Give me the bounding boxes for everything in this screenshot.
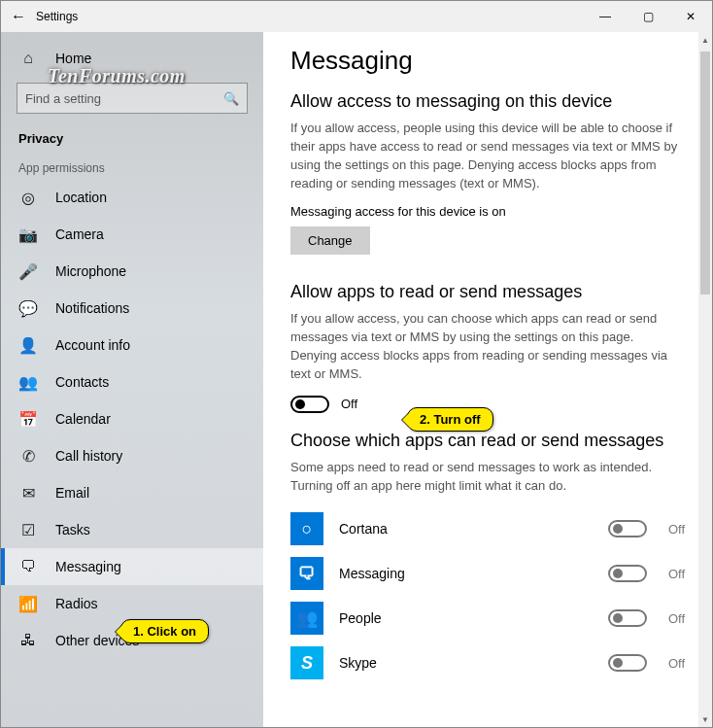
- minimize-button[interactable]: —: [584, 1, 627, 32]
- main-scrollbar[interactable]: ▲ ▼: [698, 32, 712, 727]
- app-toggle-cortana[interactable]: [608, 520, 647, 537]
- cortana-icon: ○: [290, 512, 323, 545]
- window-title: Settings: [36, 10, 78, 23]
- search-input[interactable]: Find a setting 🔍: [17, 83, 248, 114]
- app-toggle-state: Off: [668, 567, 685, 581]
- sidebar-item-label: Camera: [55, 226, 104, 242]
- radios-icon: 📶: [18, 595, 38, 613]
- other-devices-icon: 🖧: [18, 632, 38, 649]
- section-choose-apps-desc: Some apps need to read or send messages …: [290, 459, 679, 496]
- sidebar-home-label: Home: [55, 51, 91, 66]
- back-button[interactable]: ←: [1, 8, 36, 25]
- app-toggle-skype[interactable]: [608, 654, 647, 672]
- app-row-cortana: ○ Cortana Off: [290, 506, 685, 551]
- sidebar-item-account-info[interactable]: 👤Account info: [1, 327, 263, 364]
- sidebar-item-label: Email: [55, 485, 89, 501]
- app-toggle-people[interactable]: [608, 609, 647, 627]
- call-history-icon: ✆: [18, 447, 38, 466]
- section-device-access-heading: Allow access to messaging on this device: [290, 91, 685, 112]
- app-row-people: 👥 People Off: [290, 596, 685, 641]
- sidebar-item-microphone[interactable]: 🎤Microphone: [1, 253, 263, 290]
- titlebar: ← Settings — ▢ ✕: [1, 1, 712, 32]
- sidebar-item-email[interactable]: ✉Email: [1, 474, 263, 511]
- sidebar-item-notifications[interactable]: 💬Notifications: [1, 290, 263, 327]
- callout-turn-off: 2. Turn off: [407, 407, 493, 432]
- microphone-icon: 🎤: [18, 262, 38, 281]
- sidebar-item-call-history[interactable]: ✆Call history: [1, 437, 263, 474]
- app-label: Skype: [339, 655, 608, 671]
- account-icon: 👤: [18, 336, 38, 355]
- location-icon: ◎: [18, 189, 38, 207]
- app-toggle-state: Off: [668, 522, 685, 537]
- sidebar-item-label: Contacts: [55, 374, 109, 390]
- app-toggle-messaging[interactable]: [608, 565, 647, 582]
- sidebar-item-label: Microphone: [55, 263, 126, 279]
- messaging-icon: 🗨: [18, 558, 38, 575]
- people-icon: 👥: [290, 602, 323, 635]
- sidebar-item-label: Notifications: [55, 300, 129, 316]
- section-choose-apps-heading: Choose which apps can read or send messa…: [290, 431, 685, 451]
- allow-apps-toggle-label: Off: [341, 397, 357, 411]
- device-access-state: Messaging access for this device is on: [290, 204, 685, 219]
- section-allow-apps-desc: If you allow access, you can choose whic…: [290, 310, 679, 383]
- skype-icon: S: [290, 646, 323, 679]
- sidebar-item-label: Tasks: [55, 522, 90, 537]
- sidebar-item-radios[interactable]: 📶Radios: [1, 585, 263, 622]
- search-icon: 🔍: [223, 91, 239, 106]
- app-row-skype: S Skype Off: [290, 641, 685, 685]
- sidebar-item-label: Messaging: [55, 559, 121, 574]
- sidebar-section: Privacy: [1, 123, 263, 152]
- sidebar-item-label: Account info: [55, 337, 130, 353]
- home-icon: ⌂: [18, 50, 38, 67]
- sidebar-item-label: Location: [55, 190, 107, 205]
- sidebar-item-location[interactable]: ◎Location: [1, 179, 263, 216]
- sidebar-item-label: Radios: [55, 596, 98, 611]
- close-button[interactable]: ✕: [669, 1, 712, 32]
- messaging-app-icon: 🗨: [290, 557, 323, 590]
- camera-icon: 📷: [18, 225, 38, 244]
- callout-click-on: 1. Click on: [120, 619, 209, 643]
- app-label: People: [339, 610, 608, 626]
- sidebar-item-camera[interactable]: 📷Camera: [1, 216, 263, 253]
- page-title: Messaging: [290, 46, 685, 76]
- section-allow-apps-heading: Allow apps to read or send messages: [290, 282, 685, 302]
- sidebar-item-messaging[interactable]: 🗨Messaging: [1, 548, 263, 585]
- search-placeholder: Find a setting: [25, 91, 223, 106]
- sidebar-item-label: Call history: [55, 448, 122, 464]
- sidebar-item-label: Calendar: [55, 411, 111, 427]
- maximize-button[interactable]: ▢: [627, 1, 669, 32]
- notifications-icon: 💬: [18, 299, 38, 318]
- app-toggle-state: Off: [668, 611, 685, 626]
- change-button[interactable]: Change: [290, 226, 370, 255]
- tasks-icon: ☑: [18, 521, 38, 539]
- sidebar-home[interactable]: ⌂ Home: [1, 40, 263, 77]
- main-panel: Messaging Allow access to messaging on t…: [263, 32, 712, 727]
- sidebar-group-label: App permissions: [1, 152, 263, 179]
- email-icon: ✉: [18, 484, 38, 503]
- app-row-messaging: 🗨 Messaging Off: [290, 551, 685, 596]
- app-toggle-state: Off: [668, 656, 685, 671]
- sidebar-item-contacts[interactable]: 👥Contacts: [1, 364, 263, 400]
- sidebar-item-tasks[interactable]: ☑Tasks: [1, 511, 263, 548]
- allow-apps-toggle[interactable]: [290, 396, 329, 413]
- app-label: Cortana: [339, 521, 608, 537]
- sidebar-item-calendar[interactable]: 📅Calendar: [1, 400, 263, 437]
- section-device-access-desc: If you allow access, people using this d…: [290, 120, 679, 192]
- contacts-icon: 👥: [18, 373, 38, 392]
- app-label: Messaging: [339, 566, 608, 581]
- calendar-icon: 📅: [18, 410, 38, 429]
